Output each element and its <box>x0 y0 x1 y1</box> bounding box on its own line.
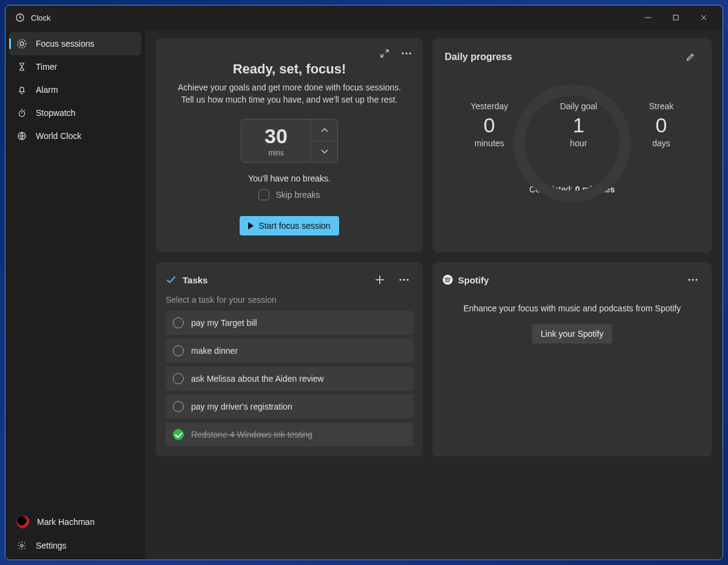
stat-streak: Streak 0 days <box>649 83 673 148</box>
focus-description: Achieve your goals and get more done wit… <box>170 82 408 106</box>
focus-duration-decrease[interactable] <box>311 141 337 163</box>
task-row[interactable]: ask Melissa about the Aiden review <box>166 367 413 391</box>
nav-label: Settings <box>36 541 67 550</box>
task-label: Redstone 4 Windows Ink testing <box>191 430 312 439</box>
spotify-icon <box>442 274 453 285</box>
svg-point-6 <box>21 544 23 547</box>
nav-world-clock[interactable]: World Clock <box>9 124 141 147</box>
stat-unit: days <box>649 138 673 148</box>
task-row[interactable]: Redstone 4 Windows Ink testing <box>166 422 413 447</box>
nav-settings[interactable]: Settings <box>9 534 141 557</box>
tasks-card: Tasks Select a task for your session pay… <box>156 262 423 456</box>
task-checkbox[interactable] <box>173 429 184 440</box>
progress-completed: Completed: 0 minutes <box>445 184 699 194</box>
spotify-brand: Spotify <box>458 275 489 285</box>
sidebar-user[interactable]: Mark Hachman <box>9 510 141 534</box>
play-icon <box>248 222 254 229</box>
focus-duration-display: 30 mins <box>241 120 311 162</box>
svg-rect-1 <box>673 15 678 20</box>
task-label: pay my Target bill <box>191 318 257 328</box>
task-row[interactable]: make dinner <box>166 339 413 363</box>
nav-alarm[interactable]: Alarm <box>9 78 141 101</box>
completed-prefix: Completed: <box>530 184 575 194</box>
task-checkbox[interactable] <box>173 401 184 412</box>
progress-title: Daily progress <box>445 52 512 63</box>
stat-label: Streak <box>649 101 673 111</box>
tasks-more-button[interactable] <box>395 271 413 289</box>
nav-stopwatch[interactable]: Stopwatch <box>9 101 141 124</box>
window-close-button[interactable] <box>690 8 718 27</box>
stat-yesterday: Yesterday 0 minutes <box>471 83 508 148</box>
link-spotify-label: Link your Spotify <box>541 329 604 339</box>
tasks-subtitle: Select a task for your session <box>166 295 413 305</box>
nav-label: Stopwatch <box>36 108 75 118</box>
svg-point-12 <box>406 279 408 281</box>
app-window: Clock Focus sessions Timer <box>5 5 723 560</box>
focus-duration-increase[interactable] <box>311 120 337 141</box>
svg-point-16 <box>695 279 697 281</box>
spotify-more-button[interactable] <box>684 271 702 289</box>
titlebar-app: Clock <box>15 13 51 22</box>
task-checkbox[interactable] <box>173 373 184 384</box>
nav-timer[interactable]: Timer <box>9 55 141 78</box>
nav-focus-sessions[interactable]: Focus sessions <box>9 32 141 55</box>
skip-breaks-label: Skip breaks <box>275 190 320 200</box>
focus-more-button[interactable] <box>397 44 416 63</box>
stat-label: Yesterday <box>471 101 508 111</box>
svg-point-3 <box>18 39 26 48</box>
skip-breaks-checkbox[interactable] <box>258 189 269 200</box>
svg-point-7 <box>402 52 403 54</box>
svg-point-8 <box>405 52 407 54</box>
task-row[interactable]: pay my driver's registration <box>166 394 413 419</box>
add-task-button[interactable] <box>371 271 389 289</box>
spotify-card: Spotify Enhance your focus with music an… <box>433 262 712 456</box>
focus-collapse-button[interactable] <box>376 44 394 63</box>
sidebar: Focus sessions Timer Alarm Stopwatch <box>5 30 145 560</box>
task-checkbox[interactable] <box>173 317 184 328</box>
main-content: Ready, set, focus! Achieve your goals an… <box>145 30 723 560</box>
nav-label: Focus sessions <box>36 39 94 49</box>
svg-point-10 <box>399 279 401 281</box>
stat-value: 0 <box>649 113 673 137</box>
bell-icon <box>16 85 27 95</box>
task-list: pay my Target billmake dinnerask Melissa… <box>166 311 413 447</box>
window-minimize-button[interactable] <box>634 8 662 27</box>
gear-icon <box>16 541 27 550</box>
stat-unit: hour <box>560 138 597 148</box>
stat-value: 1 <box>560 113 597 137</box>
stat-label: Daily goal <box>560 101 597 111</box>
focus-session-card: Ready, set, focus! Achieve your goals an… <box>156 38 423 252</box>
user-avatar-icon <box>16 515 30 529</box>
nav-label: Timer <box>36 62 57 72</box>
task-label: ask Melissa about the Aiden review <box>191 374 324 384</box>
svg-point-15 <box>692 279 693 281</box>
skip-breaks-row[interactable]: Skip breaks <box>170 189 408 200</box>
start-focus-session-button[interactable]: Start focus session <box>240 216 339 235</box>
nav-label: World Clock <box>36 131 81 141</box>
focus-break-note: You'll have no breaks. <box>170 174 408 183</box>
start-button-label: Start focus session <box>258 221 330 231</box>
completed-value: 0 minutes <box>575 184 615 194</box>
focus-duration-picker[interactable]: 30 mins <box>241 119 338 163</box>
todo-app-icon <box>166 274 177 285</box>
user-name: Mark Hachman <box>37 517 95 527</box>
task-label: make dinner <box>191 346 238 356</box>
task-label: pay my driver's registration <box>191 402 292 411</box>
focus-heading: Ready, set, focus! <box>170 61 408 77</box>
edit-daily-goal-button[interactable] <box>681 48 699 66</box>
stat-unit: minutes <box>471 138 508 148</box>
task-checkbox[interactable] <box>173 345 184 356</box>
link-spotify-button[interactable]: Link your Spotify <box>532 324 612 343</box>
task-row[interactable]: pay my Target bill <box>166 311 413 335</box>
svg-point-14 <box>688 279 690 281</box>
window-maximize-button[interactable] <box>662 8 690 27</box>
focus-icon <box>16 38 27 49</box>
stat-value: 0 <box>471 113 508 137</box>
stat-daily-goal: Daily goal 1 hour <box>560 83 597 148</box>
nav-label: Alarm <box>36 85 58 95</box>
titlebar: Clock <box>5 5 723 30</box>
svg-point-4 <box>19 111 24 117</box>
daily-progress-card: Daily progress Yesterday 0 minutes Daily… <box>433 38 712 252</box>
clock-app-icon <box>15 13 25 22</box>
focus-minutes-value: 30 <box>265 126 288 146</box>
